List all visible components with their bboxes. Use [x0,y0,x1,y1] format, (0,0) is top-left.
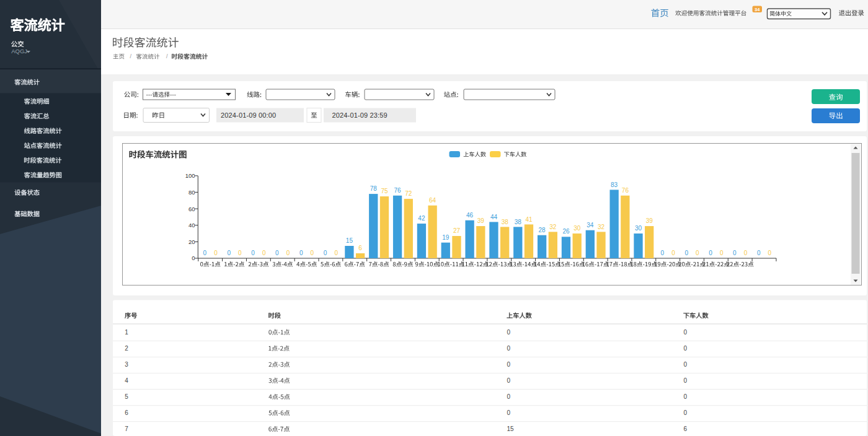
svg-text:0: 0 [684,250,688,256]
svg-text:0: 0 [251,250,255,256]
svg-text:27: 27 [453,227,461,234]
svg-text:0: 0 [684,345,688,352]
svg-text:76: 76 [394,187,402,194]
svg-text:26: 26 [562,228,570,235]
svg-text:0: 0 [733,250,737,256]
svg-text:83: 83 [611,181,618,188]
svg-text:6: 6 [684,425,688,432]
svg-text:0: 0 [671,250,675,256]
svg-text:75: 75 [381,188,388,194]
svg-text:0: 0 [720,250,724,256]
svg-text:15: 15 [346,237,353,244]
svg-text:76: 76 [622,187,629,194]
svg-text:0: 0 [684,409,688,416]
svg-text:32: 32 [549,224,557,230]
svg-text:0: 0 [507,361,511,368]
svg-text:0: 0 [192,255,195,261]
svg-text:72: 72 [405,190,412,197]
svg-text:4: 4 [125,377,128,384]
svg-text:30: 30 [574,225,581,232]
svg-text:0: 0 [507,409,511,416]
svg-text:0: 0 [238,250,242,256]
svg-text:40: 40 [188,222,195,229]
svg-text:38: 38 [515,219,522,225]
svg-text:0: 0 [262,250,266,256]
svg-text:0: 0 [299,250,303,256]
svg-text:78: 78 [370,185,378,192]
svg-text:1: 1 [125,329,128,336]
svg-text:41: 41 [525,216,533,223]
svg-text:0: 0 [311,250,314,256]
svg-text:0: 0 [684,393,688,400]
svg-text:0: 0 [768,250,772,256]
svg-text:100: 100 [185,172,195,179]
svg-text:0: 0 [507,329,511,336]
svg-text:0: 0 [324,250,327,256]
svg-text:2024-01-09 23:59: 2024-01-09 23:59 [332,111,388,119]
svg-text:6: 6 [358,245,362,251]
svg-text:6: 6 [125,409,128,416]
svg-text:0: 0 [684,361,688,368]
svg-text:3: 3 [125,361,128,368]
svg-text:0: 0 [275,250,279,256]
svg-text:34: 34 [587,222,594,229]
svg-text:0: 0 [507,345,511,352]
svg-text:2024-01-09 00:00: 2024-01-09 00:00 [221,111,276,119]
svg-text:0: 0 [203,250,207,256]
svg-text:0: 0 [744,250,748,256]
svg-text:AQGJ: AQGJ [11,48,27,54]
svg-text:0: 0 [214,250,218,256]
svg-text:38: 38 [502,219,509,225]
svg-text:5: 5 [125,393,128,400]
svg-text:0: 0 [286,250,290,256]
svg-text:0: 0 [335,250,339,256]
svg-text:34: 34 [755,7,760,12]
svg-text:60: 60 [188,206,195,212]
svg-text:0: 0 [696,250,699,256]
svg-text:39: 39 [646,217,653,224]
svg-text:7: 7 [125,425,128,432]
svg-text:30: 30 [635,225,642,232]
svg-text:0: 0 [757,250,761,256]
svg-text:28: 28 [539,227,546,233]
svg-text:20: 20 [188,238,195,245]
svg-text:0: 0 [684,377,688,384]
svg-text:39: 39 [477,217,485,224]
svg-text:80: 80 [188,189,195,196]
svg-text:15: 15 [507,425,515,432]
svg-text:0: 0 [227,250,231,256]
svg-text:42: 42 [418,215,425,222]
svg-text:0: 0 [507,393,511,400]
svg-text:0: 0 [709,250,712,256]
svg-text:46: 46 [466,212,474,219]
svg-text:2: 2 [125,345,128,352]
svg-text:0: 0 [507,377,511,384]
svg-text:19: 19 [442,234,450,241]
svg-text:64: 64 [429,197,436,204]
svg-text:0: 0 [661,250,665,256]
svg-text:0: 0 [684,329,688,336]
svg-text:44: 44 [490,214,498,220]
svg-text:32: 32 [598,224,605,230]
